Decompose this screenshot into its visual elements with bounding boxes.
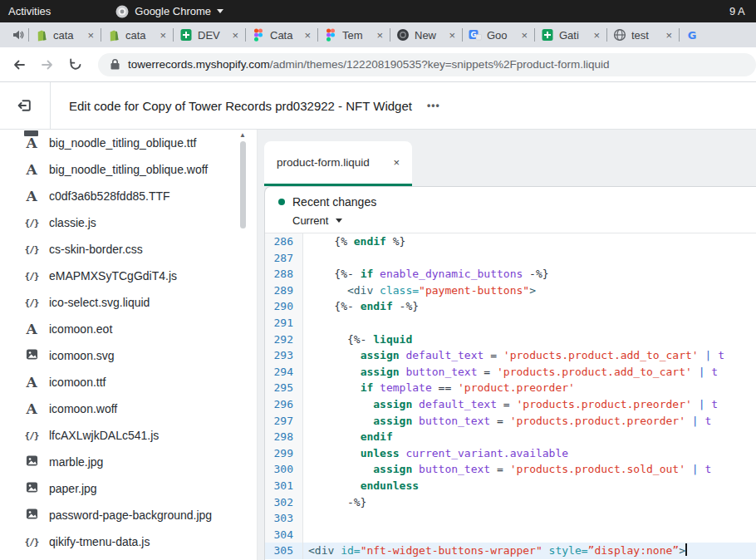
sidebar-scrollbar[interactable]: ▲ xyxy=(238,130,247,560)
code-text: assign default_text = 'products.product.… xyxy=(303,347,756,364)
code-text: assign button_text = 'products.product.p… xyxy=(303,413,756,430)
browser-tab-test[interactable]: test× xyxy=(606,22,679,47)
file-item[interactable]: {/}classie.js xyxy=(0,209,257,236)
screen: Activities Google Chrome 9 A cata×cata×D… xyxy=(0,0,756,560)
system-top-bar: Activities Google Chrome 9 A xyxy=(0,0,756,22)
code-line[interactable]: 291 xyxy=(265,315,756,332)
forward-button[interactable] xyxy=(40,57,55,72)
file-item[interactable]: Abig_noodle_titling_oblique.woff xyxy=(0,156,257,183)
editor-tab-product-form[interactable]: product-form.liquid × xyxy=(264,141,412,186)
reload-button[interactable] xyxy=(68,57,83,72)
image-file-icon xyxy=(23,508,40,523)
file-item[interactable]: Abig_noodle_titling_oblique.ttf xyxy=(0,130,257,156)
code-line[interactable]: 294 assign button_text = 'products.produ… xyxy=(265,364,756,381)
file-item[interactable]: Aicomoon.ttf xyxy=(0,369,257,395)
scroll-up-arrow-icon[interactable]: ▲ xyxy=(238,131,247,139)
version-dropdown[interactable]: Current xyxy=(292,214,756,227)
google-icon: G xyxy=(685,28,699,42)
code-line[interactable]: 296 assign default_text = 'products.prod… xyxy=(265,396,756,413)
file-item[interactable]: paper.jpg xyxy=(0,475,257,502)
browser-tab-Goo[interactable]: GGoo× xyxy=(462,22,534,47)
figma-icon xyxy=(252,28,265,42)
code-line[interactable]: 305<div id="nft-widget-buttons-wrapper" … xyxy=(265,543,756,559)
code-line[interactable]: 295 if template == 'product.preorder' xyxy=(265,380,756,396)
lock-icon[interactable] xyxy=(110,58,120,71)
file-item[interactable]: icomoon.svg xyxy=(0,342,257,369)
font-file-icon: A xyxy=(23,189,40,204)
tab-close-icon[interactable]: × xyxy=(87,30,94,41)
activities-button[interactable]: Activities xyxy=(8,5,51,17)
line-number: 288 xyxy=(265,266,303,282)
file-item[interactable]: {/}lfcAXLwjkDALc541.js xyxy=(0,422,257,449)
line-number: 302 xyxy=(265,494,303,511)
code-line[interactable]: 293 assign default_text = 'products.prod… xyxy=(265,347,756,364)
code-line[interactable]: 298 endif xyxy=(265,429,756,445)
editor-tab-close-icon[interactable]: × xyxy=(393,156,400,169)
sheets-icon xyxy=(179,28,193,42)
browser-tab-cata[interactable]: cata× xyxy=(101,22,173,47)
file-item[interactable]: Aicomoon.woff xyxy=(0,395,257,422)
image-file-icon xyxy=(23,454,40,470)
file-name: eMAPMXSyTCgGdiT4.js xyxy=(49,269,177,282)
browser-tab-Tem[interactable]: Tem× xyxy=(317,22,390,47)
code-line[interactable]: 299 unless current_variant.available xyxy=(265,445,756,462)
tab-close-icon[interactable]: × xyxy=(304,30,311,41)
browser-tab-google[interactable]: G xyxy=(679,22,725,47)
code-area[interactable]: 286 {% endif %}287288 {%- if enable_dyna… xyxy=(265,233,756,560)
tab-title: cata xyxy=(53,29,82,42)
code-line[interactable]: 304 xyxy=(265,527,756,543)
app-title-menu[interactable]: Google Chrome xyxy=(115,5,223,18)
file-name: big_noodle_titling_oblique.woff xyxy=(49,163,208,176)
code-line[interactable]: 292 {%- liquid xyxy=(265,332,756,348)
file-item[interactable]: marble.jpg xyxy=(0,449,257,475)
browser-tab-DEV[interactable]: DEV× xyxy=(173,22,245,47)
back-button[interactable] xyxy=(12,57,27,72)
code-line[interactable]: 290 {%- endif -%} xyxy=(265,298,756,315)
code-line[interactable]: 300 assign button_text = 'products.produ… xyxy=(265,461,756,478)
code-line[interactable]: 302 -%} xyxy=(265,494,756,511)
code-line[interactable]: 289 <div class="payment-buttons"> xyxy=(265,282,756,299)
more-actions-button[interactable]: ••• xyxy=(427,100,440,111)
tab-close-icon[interactable]: × xyxy=(160,30,166,41)
browser-tab-cata[interactable]: cata× xyxy=(28,22,101,47)
file-item[interactable]: password-page-background.jpg xyxy=(0,502,257,528)
tab-close-icon[interactable]: × xyxy=(521,30,528,41)
version-label: Current xyxy=(292,214,328,227)
clipped-file-icon xyxy=(24,130,38,136)
tab-close-icon[interactable]: × xyxy=(376,30,383,41)
line-number: 293 xyxy=(265,347,303,364)
file-name: icomoon.svg xyxy=(49,349,115,362)
file-name: icomoon.eot xyxy=(49,322,112,336)
code-line[interactable]: 303 xyxy=(265,510,756,527)
browser-tab-Gati[interactable]: Gati× xyxy=(534,22,606,47)
code-line[interactable]: 301 endunless xyxy=(265,478,756,494)
tab-close-icon[interactable]: × xyxy=(665,30,672,41)
code-line[interactable]: 287 xyxy=(265,250,756,267)
tab-close-icon[interactable]: × xyxy=(449,30,455,41)
font-file-icon: A xyxy=(23,136,40,150)
scrollbar-thumb[interactable] xyxy=(240,141,246,228)
file-item[interactable]: Ac0df3a6b528fdd85.TTF xyxy=(0,183,257,209)
file-item[interactable]: {/}ico-select.svg.liquid xyxy=(0,289,257,316)
code-line[interactable]: 288 {%- if enable_dynamic_buttons -%} xyxy=(265,266,756,282)
file-item[interactable]: {/}qikify-tmenu-data.js xyxy=(0,528,257,555)
file-item[interactable]: Aicomoon.eot xyxy=(0,316,257,342)
code-text: {%- endif -%} xyxy=(303,298,756,315)
browser-tab-Cata[interactable]: Cata× xyxy=(245,22,317,47)
tab-close-icon[interactable]: × xyxy=(593,30,600,41)
code-line[interactable]: 286 {% endif %} xyxy=(265,233,756,250)
exit-button[interactable] xyxy=(12,93,37,118)
tab-close-icon[interactable]: × xyxy=(232,30,238,41)
content: Abig_noodle_titling_oblique.ttfAbig_nood… xyxy=(0,130,756,560)
svg-text:G: G xyxy=(471,31,477,39)
code-line[interactable]: 297 assign button_text = 'products.produ… xyxy=(265,413,756,430)
line-number: 289 xyxy=(265,282,303,299)
speaker-icon[interactable] xyxy=(12,28,25,42)
file-item[interactable]: {/}cs-skin-border.css xyxy=(0,236,257,263)
browser-tab-New[interactable]: New× xyxy=(390,22,462,47)
code-text xyxy=(303,510,756,527)
line-number: 286 xyxy=(265,233,303,250)
file-item[interactable]: {/}eMAPMXSyTCgGdiT4.js xyxy=(0,263,257,289)
address-bar[interactable]: towerrecords.myshopify.com/admin/themes/… xyxy=(98,53,756,76)
line-number: 295 xyxy=(265,380,303,396)
